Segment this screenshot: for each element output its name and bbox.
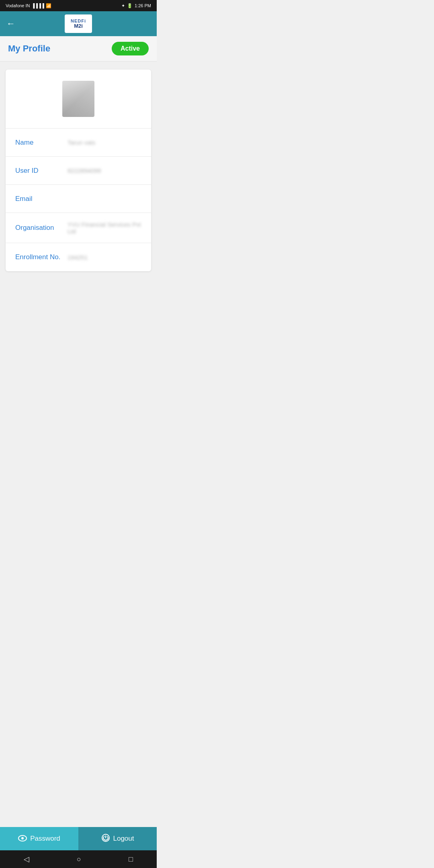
name-value: Tarun vats	[68, 139, 141, 146]
user-id-value: 8222894099	[68, 167, 141, 174]
status-badge: Active	[112, 42, 149, 55]
status-bar: Vodafone IN ▐▐▐▐ 📶 ✦ 🔋 1:26 PM	[0, 0, 157, 11]
logo-text: NEDFi M2i	[71, 18, 86, 29]
organisation-value: YVU Financial Services Pvt Ltd	[68, 221, 141, 235]
email-label: Email	[15, 195, 68, 203]
profile-header: My Profile Active	[0, 36, 157, 61]
battery-icon: 🔋	[127, 3, 133, 8]
avatar	[62, 81, 94, 117]
back-icon: ←	[6, 18, 15, 29]
status-right: ✦ 🔋 1:26 PM	[121, 3, 151, 8]
name-row: Name Tarun vats	[6, 129, 151, 157]
bluetooth-icon: ✦	[121, 3, 125, 8]
user-id-row: User ID 8222894099	[6, 157, 151, 185]
user-id-label: User ID	[15, 167, 68, 175]
carrier-label: Vodafone IN	[6, 3, 30, 8]
enrollment-value: 194251	[68, 254, 141, 261]
status-left: Vodafone IN ▐▐▐▐ 📶	[6, 3, 51, 8]
nav-bar: ← NEDFi M2i	[0, 11, 157, 36]
organisation-row: Organisation YVU Financial Services Pvt …	[6, 213, 151, 243]
back-button[interactable]: ←	[6, 18, 15, 29]
profile-card: Name Tarun vats User ID 8222894099 Email…	[6, 70, 151, 271]
app-logo: NEDFi M2i	[65, 14, 92, 33]
organisation-label: Organisation	[15, 224, 68, 232]
wifi-icon: 📶	[46, 3, 51, 8]
page-title: My Profile	[8, 43, 50, 54]
logo-m2i: M2i	[71, 23, 86, 29]
time-label: 1:26 PM	[135, 3, 151, 8]
name-label: Name	[15, 139, 68, 147]
enrollment-label: Enrollment No.	[15, 253, 68, 261]
email-row: Email	[6, 185, 151, 213]
enrollment-row: Enrollment No. 194251	[6, 243, 151, 271]
avatar-section	[6, 70, 151, 129]
signal-icon: ▐▐▐▐	[32, 3, 44, 8]
